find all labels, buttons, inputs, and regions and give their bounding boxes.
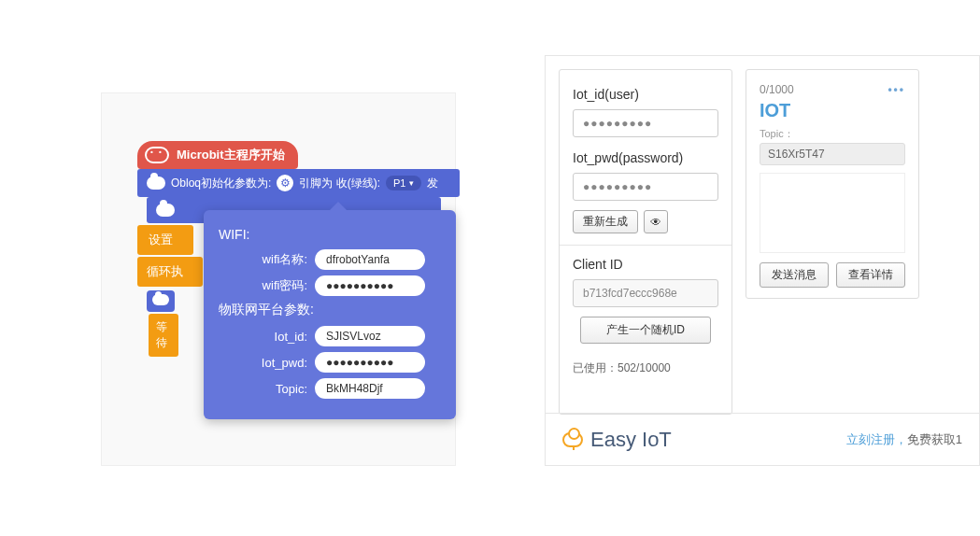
cloud-icon [147, 176, 165, 190]
more-menu-icon[interactable]: ••• [888, 83, 905, 96]
iot-id-field[interactable] [573, 109, 718, 137]
device-card: 0/1000 ••• IOT Topic： S16Xr5T47 发送消息 查看详… [746, 69, 919, 299]
wifi-pwd-label: wifi密码: [219, 277, 307, 294]
usage-text: 已使用：502/10000 [573, 360, 718, 376]
pin-rx-dropdown[interactable]: P1 [386, 176, 420, 190]
iot-pwd-label: Iot_pwd: [219, 356, 307, 370]
pwd-actions-row: 重新生成 👁 [573, 210, 718, 233]
footer-bar: Easy IoT 立刻注册，免费获取1 [546, 413, 979, 465]
set-label: 设置 [149, 233, 173, 247]
view-details-button[interactable]: 查看详情 [836, 262, 905, 288]
iot-id-input[interactable] [315, 326, 425, 346]
device-topic-label: Topic： [760, 127, 905, 141]
wifi-pwd-row: wifi密码: [219, 275, 441, 296]
wifi-name-row: wifi名称: [219, 249, 441, 270]
iot-id-user-label: Iot_id(user) [573, 87, 718, 102]
footer-links: 立刻注册，免费获取1 [846, 431, 962, 448]
device-title: IOT [760, 100, 905, 121]
easy-iot-panel: Iot_id(user) Iot_pwd(password) 重新生成 👁 Cl… [545, 55, 980, 466]
credentials-card: Iot_id(user) Iot_pwd(password) 重新生成 👁 Cl… [559, 69, 732, 415]
message-count: 0/1000 [760, 83, 794, 96]
gear-icon[interactable]: ⚙ [277, 175, 293, 191]
microbit-start-hat-block[interactable]: Microbit主程序开始 [137, 141, 298, 169]
iot-pwd-field[interactable] [573, 173, 718, 201]
iot-pwd-label: Iot_pwd(password) [573, 150, 718, 165]
iot-pwd-input[interactable] [315, 352, 425, 373]
obloq-config-popup: WIFI: wifi名称: wifi密码: 物联网平台参数: Iot_id: I… [204, 210, 456, 419]
device-actions: 发送消息 查看详情 [760, 262, 905, 288]
wifi-name-label: wifi名称: [219, 251, 307, 268]
iot-id-label: Iot_id: [219, 330, 307, 344]
send-message-button[interactable]: 发送消息 [760, 262, 829, 288]
obloq-init-label: Obloq初始化参数为: [171, 176, 271, 191]
register-tail: 免费获取1 [907, 432, 962, 446]
device-header-row: 0/1000 ••• [760, 83, 905, 96]
client-id-value: b713fcd7eccc968e [573, 279, 718, 307]
regenerate-button[interactable]: 重新生成 [573, 210, 638, 233]
iot-section-title: 物联网平台参数: [219, 302, 441, 318]
cloud-icon [152, 294, 169, 305]
brand-text: Easy IoT [590, 428, 672, 452]
iot-id-row: Iot_id: [219, 326, 441, 346]
brand-logo: Easy IoT [562, 428, 672, 452]
cloud-icon [156, 204, 175, 217]
pin-rx-label: 引脚为 收(绿线): [299, 176, 380, 191]
register-link[interactable]: 立刻注册， [846, 432, 907, 446]
wait-block[interactable]: 等待 [149, 314, 178, 357]
loop-label: 循环执 [147, 264, 183, 278]
device-topic-value: S16Xr5T47 [760, 143, 905, 165]
topic-row: Topic: [219, 378, 441, 399]
loop-block[interactable]: 循环执 [137, 257, 203, 287]
client-id-label: Client ID [573, 257, 718, 272]
toggle-visibility-button[interactable]: 👁 [644, 210, 668, 233]
topic-label: Topic: [219, 382, 307, 396]
obloq-init-block[interactable]: Obloq初始化参数为: ⚙ 引脚为 收(绿线): P1 发 [137, 169, 460, 197]
hat-label: Microbit主程序开始 [177, 147, 285, 163]
wait-label: 等待 [156, 319, 171, 351]
cloud-logo-icon [562, 432, 583, 447]
message-area [760, 173, 905, 253]
iot-pwd-row: Iot_pwd: [219, 352, 441, 373]
wifi-pwd-input[interactable] [315, 275, 425, 296]
generate-random-id-button[interactable]: 产生一个随机ID [580, 317, 711, 344]
divider [560, 245, 731, 246]
topic-input[interactable] [315, 378, 425, 399]
tx-prefix: 发 [427, 176, 438, 191]
wifi-section-title: WIFI: [219, 227, 441, 242]
wifi-name-input[interactable] [315, 249, 425, 270]
set-block[interactable]: 设置 [137, 225, 193, 255]
cloud-inner-block[interactable] [147, 290, 175, 312]
eye-icon: 👁 [650, 216, 661, 229]
